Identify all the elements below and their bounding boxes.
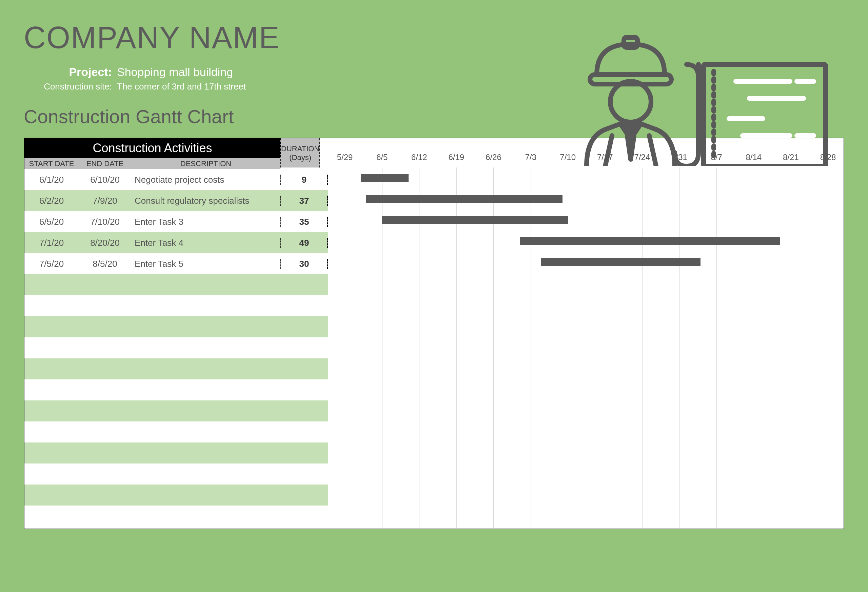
table-row: 6/5/207/10/20Enter Task 335 <box>24 211 328 232</box>
timeline-date: 8/14 <box>745 153 762 162</box>
table-row: 6/2/207/9/20Consult regulatory specialis… <box>24 190 328 211</box>
table-row <box>24 379 328 400</box>
cell-duration: 49 <box>280 238 328 248</box>
duration-label-1: DURATION <box>281 145 319 153</box>
cell-start: 7/1/20 <box>24 238 79 248</box>
cell-end: 7/10/20 <box>79 217 131 227</box>
site-value: The corner of 3rd and 17th street <box>117 81 246 92</box>
cell-desc: Enter Task 4 <box>131 238 280 248</box>
cell-desc: Enter Task 5 <box>131 259 280 269</box>
table-row <box>24 359 328 379</box>
cell-end: 7/9/20 <box>79 196 131 206</box>
table-row <box>24 506 328 527</box>
table-row: 7/5/208/5/20Enter Task 530 <box>24 253 328 274</box>
timeline-date: 8/28 <box>820 153 836 162</box>
cell-desc: Negotiate project costs <box>131 175 280 185</box>
site-label: Construction site: <box>39 81 117 92</box>
timeline-date: 5/29 <box>337 153 353 162</box>
timeline-date: 6/26 <box>486 153 502 162</box>
table-row <box>24 337 328 359</box>
timeline-date: 8/21 <box>783 153 799 162</box>
cell-end: 8/20/20 <box>79 238 131 248</box>
cell-desc: Consult regulatory specialists <box>131 196 280 206</box>
col-start-header: START DATE <box>24 159 79 168</box>
gantt-chart-container: Construction Activities START DATE END D… <box>24 138 844 529</box>
cell-end: 6/10/20 <box>79 175 131 185</box>
cell-desc: Enter Task 3 <box>131 217 280 227</box>
cell-start: 6/5/20 <box>24 217 79 227</box>
duration-label-2: (Days) <box>281 153 319 162</box>
timeline-date: 6/12 <box>411 153 427 162</box>
gantt-bar <box>366 195 562 203</box>
duration-header: DURATION (Days) <box>280 138 320 167</box>
timeline-date: 7/31 <box>671 153 687 162</box>
cell-duration: 9 <box>280 175 328 185</box>
task-rows: 6/1/206/10/20Negotiate project costs96/2… <box>24 169 328 527</box>
gantt-row <box>328 210 844 230</box>
timeline-date: 7/10 <box>560 153 576 162</box>
sub-header: START DATE END DATE DESCRIPTION <box>24 158 280 169</box>
gantt-row <box>328 189 844 210</box>
cell-start: 6/2/20 <box>24 196 79 206</box>
gantt-body <box>328 167 844 528</box>
cell-duration: 35 <box>280 217 328 227</box>
gantt-bar <box>361 174 409 182</box>
project-label: Project: <box>39 65 117 79</box>
cell-duration: 37 <box>280 196 328 206</box>
timeline-date: 6/19 <box>448 153 464 162</box>
gantt-bar <box>382 216 568 224</box>
table-row: 6/1/206/10/20Negotiate project costs9 <box>24 169 328 190</box>
table-row <box>24 484 328 506</box>
timeline-date: 8/7 <box>711 153 722 162</box>
gantt-bar <box>520 237 780 245</box>
gantt-row <box>328 252 844 273</box>
gantt-bar <box>541 258 701 266</box>
left-panel: Construction Activities START DATE END D… <box>24 138 328 529</box>
timeline-date: 7/17 <box>597 153 613 162</box>
col-end-header: END DATE <box>79 159 131 168</box>
table-row <box>24 316 328 337</box>
cell-start: 6/1/20 <box>24 175 79 185</box>
timeline-date: 6/5 <box>376 153 388 162</box>
gantt-row <box>328 230 844 252</box>
project-value: Shopping mall building <box>117 65 233 79</box>
gantt-timeline-header: 5/296/56/126/196/267/37/107/177/247/318/… <box>328 147 844 167</box>
table-row <box>24 274 328 295</box>
activities-header: Construction Activities <box>24 138 280 158</box>
cell-duration: 30 <box>280 259 328 269</box>
header: COMPANY NAME Project: Shopping mall buil… <box>24 20 844 127</box>
table-row <box>24 295 328 316</box>
gantt-row <box>328 167 844 189</box>
table-row <box>24 443 328 464</box>
cell-end: 8/5/20 <box>79 259 131 269</box>
table-row <box>24 421 328 443</box>
col-desc-header: DESCRIPTION <box>131 159 280 168</box>
table-row: 7/1/208/20/20Enter Task 449 <box>24 232 328 253</box>
svg-point-2 <box>610 81 651 122</box>
gantt-area: 5/296/56/126/196/267/37/107/177/247/318/… <box>328 138 844 529</box>
timeline-date: 7/3 <box>525 153 536 162</box>
table-row <box>24 400 328 421</box>
table-row <box>24 464 328 484</box>
timeline-date: 7/24 <box>635 153 650 162</box>
cell-start: 7/5/20 <box>24 259 79 269</box>
